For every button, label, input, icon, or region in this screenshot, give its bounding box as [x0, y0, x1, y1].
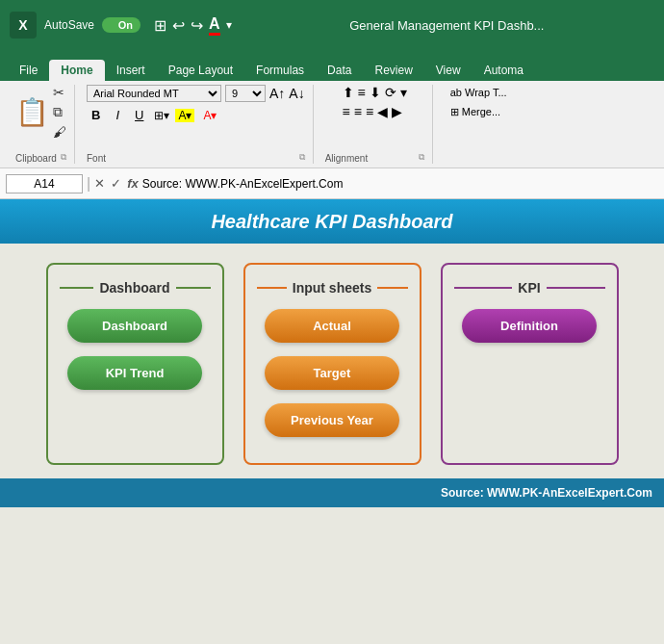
tab-automate[interactable]: Automa	[472, 60, 535, 81]
undo-button[interactable]: ↩	[172, 16, 185, 35]
alignment-group: ⬆ ≡ ⬇ ⟳ ▾ ≡ ≡ ≡ ◀ ▶ Alignment ⧉	[318, 85, 433, 164]
window-title: General Management KPI Dashb...	[240, 18, 654, 33]
autosave-label: AutoSave	[44, 18, 94, 32]
increase-font-icon[interactable]: A↑	[269, 86, 285, 101]
align-center-icon[interactable]: ≡	[354, 104, 362, 119]
formula-bar: | ✕ ✓ fx	[0, 168, 664, 199]
copy-icon[interactable]: ⧉	[53, 104, 66, 120]
confirm-formula-icon[interactable]: ✓	[111, 176, 121, 191]
footer: Source: WWW.PK-AnExcelExpert.Com	[0, 478, 664, 507]
tab-home[interactable]: Home	[49, 60, 104, 81]
cut-icon[interactable]: ✂	[53, 85, 66, 100]
font-color-icon[interactable]: A	[209, 15, 220, 36]
insert-function-icon[interactable]: fx	[127, 176, 139, 191]
font-group: Arial Rounded MT 9 A↑ A↓ B I U ⊞▾ A▾ A▾ …	[79, 85, 314, 164]
title-tools: ⊞ ↩ ↪ A ▾	[154, 15, 232, 36]
wrap-text-button[interactable]: ab Wrap T...	[445, 85, 513, 100]
kpi-card: KPI Definition	[441, 263, 619, 465]
font-expand-icon[interactable]: ⧉	[299, 152, 305, 163]
kpi-trend-button[interactable]: KPI Trend	[67, 356, 202, 390]
main-content: Dashboard Dashboard KPI Trend Input shee…	[0, 244, 664, 475]
target-button[interactable]: Target	[265, 356, 399, 390]
align-left-icon[interactable]: ≡	[343, 104, 350, 119]
tab-insert[interactable]: Insert	[105, 60, 157, 81]
clipboard-expand-icon[interactable]: ⧉	[61, 152, 66, 163]
align-middle-icon[interactable]: ≡	[358, 85, 366, 100]
quick-access-grid[interactable]: ⊞	[154, 16, 166, 35]
align-bottom-icon[interactable]: ⬇	[370, 85, 381, 100]
tab-view[interactable]: View	[424, 60, 472, 81]
indent-icon[interactable]: ▾	[400, 85, 407, 100]
dashboard-title-bar: Healthcare KPI Dashboard	[0, 199, 664, 244]
toolbar-dropdown[interactable]: ▾	[226, 18, 232, 32]
title-bar: X AutoSave On ⊞ ↩ ↪ A ▾ General Manageme…	[0, 0, 664, 50]
align-right-icon[interactable]: ≡	[366, 104, 373, 119]
excel-icon: X	[10, 12, 37, 39]
alignment-label: Alignment	[325, 153, 368, 164]
decrease-font-icon[interactable]: A↓	[289, 86, 304, 101]
definition-button[interactable]: Definition	[462, 309, 597, 343]
underline-button[interactable]: U	[130, 106, 148, 124]
decrease-indent-icon[interactable]: ◀	[377, 104, 388, 119]
orient-icon[interactable]: ⟳	[385, 85, 396, 100]
tab-formulas[interactable]: Formulas	[244, 60, 316, 81]
font-color-btn[interactable]: A▾	[200, 109, 219, 122]
font-size-select[interactable]: 9	[225, 85, 266, 102]
kpi-card-title: KPI	[518, 280, 540, 296]
autosave-toggle[interactable]: On	[102, 17, 140, 33]
tab-page-layout[interactable]: Page Layout	[157, 60, 244, 81]
dashboard-card-title: Dashboard	[99, 280, 169, 296]
clipboard-label: Clipboard	[15, 153, 57, 164]
cell-reference-input[interactable]	[6, 174, 83, 193]
border-icon[interactable]: ⊞▾	[154, 109, 169, 122]
redo-button[interactable]: ↪	[191, 16, 203, 35]
ribbon-toolbar: 📋 ✂ ⧉ 🖌 Clipboard ⧉ Arial Rounded MT 9	[0, 81, 664, 168]
tab-file[interactable]: File	[8, 60, 49, 81]
alignment-expand-icon[interactable]: ⧉	[419, 152, 424, 163]
tab-review[interactable]: Review	[363, 60, 423, 81]
increase-indent-icon[interactable]: ▶	[392, 104, 402, 119]
dashboard-button[interactable]: Dashboard	[67, 309, 202, 343]
input-sheets-card: Input sheets Actual Target Previous Year	[243, 263, 421, 465]
formula-input[interactable]	[142, 177, 658, 191]
font-name-select[interactable]: Arial Rounded MT	[87, 85, 221, 102]
align-top-icon[interactable]: ⬆	[343, 85, 354, 100]
italic-button[interactable]: I	[111, 106, 124, 124]
ribbon-tabs: File Home Insert Page Layout Formulas Da…	[0, 50, 664, 81]
footer-text: Source: WWW.PK-AnExcelExpert.Com	[441, 486, 652, 500]
highlight-icon[interactable]: A▾	[175, 109, 194, 122]
cancel-formula-icon[interactable]: ✕	[94, 176, 105, 191]
tab-data[interactable]: Data	[316, 60, 363, 81]
actual-button[interactable]: Actual	[265, 309, 399, 343]
clipboard-group: 📋 ✂ ⧉ 🖌 Clipboard ⧉	[8, 85, 75, 164]
previous-year-button[interactable]: Previous Year	[265, 403, 399, 437]
paste-icon[interactable]: 📋	[15, 96, 49, 128]
merge-button[interactable]: ⊞ Merge...	[445, 104, 513, 120]
dashboard-title-text: Healthcare KPI Dashboard	[211, 211, 452, 233]
format-painter-icon[interactable]: 🖌	[53, 124, 66, 140]
input-card-title: Input sheets	[293, 280, 371, 296]
bold-button[interactable]: B	[87, 106, 105, 124]
dashboard-card: Dashboard Dashboard KPI Trend	[46, 263, 224, 465]
wrap-merge-group: ab Wrap T... ⊞ Merge...	[437, 85, 521, 164]
font-label: Font	[87, 153, 106, 164]
